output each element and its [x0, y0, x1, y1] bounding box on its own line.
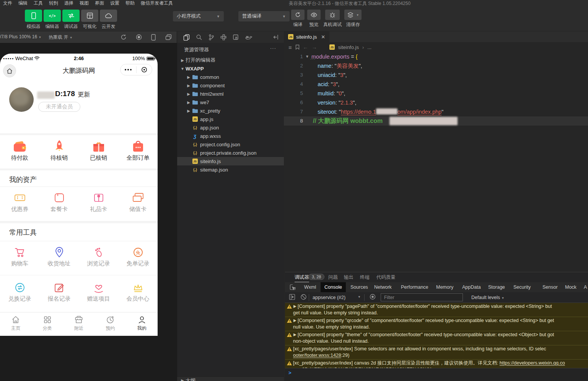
- tool-item-free-order[interactable]: 免 免单记录: [118, 245, 158, 267]
- eye-toggle-icon[interactable]: [369, 294, 376, 300]
- devtab-console[interactable]: Console: [321, 282, 346, 292]
- nav-forward-icon[interactable]: →: [312, 44, 317, 50]
- tree-file-project-private-config[interactable]: {..}project.private.config.json: [177, 149, 284, 157]
- tree-root-wxapp[interactable]: ▼WXAPP: [177, 64, 284, 73]
- menu-goto[interactable]: 转到: [46, 0, 61, 6]
- tab-category[interactable]: 分类: [31, 312, 63, 336]
- chevron-down-icon[interactable]: ▼: [358, 295, 361, 299]
- multi-window-icon[interactable]: [165, 34, 172, 40]
- menu-help[interactable]: 帮助: [122, 0, 138, 6]
- log-levels-dropdown[interactable]: Default levels ▼: [471, 294, 504, 302]
- device-selector[interactable]: 6/7/8 Plus 100% 16 ▼: [0, 34, 41, 39]
- tool-item-signup[interactable]: 报名记录: [39, 280, 79, 303]
- hot-reload-toggle[interactable]: 热重载 开 ▼: [49, 34, 73, 41]
- panel-tab-terminal[interactable]: 终端: [360, 274, 370, 281]
- search-icon[interactable]: [196, 34, 202, 40]
- devtab-memory[interactable]: Memory: [436, 282, 453, 292]
- breadcrumb[interactable]: siteinfo.js: [338, 44, 359, 50]
- tab-nearby[interactable]: 附近: [63, 312, 94, 336]
- tree-folder-common[interactable]: ▶common: [177, 73, 284, 81]
- tree-open-editors[interactable]: ▶打开的编辑器: [177, 56, 284, 64]
- panel-tab-debugger[interactable]: 调试器: [295, 274, 309, 282]
- devtab-mock[interactable]: Mock: [565, 282, 577, 292]
- asset-item-gift-card[interactable]: 礼品卡: [79, 191, 118, 213]
- outline-section[interactable]: ▶大纲: [177, 376, 284, 381]
- menu-settings[interactable]: 设置: [107, 0, 122, 6]
- devtab-clipped[interactable]: A: [584, 282, 587, 292]
- inspect-cursor-icon[interactable]: [290, 284, 296, 290]
- remote-debug-button[interactable]: 真机调试: [323, 10, 342, 28]
- tree-file-project-config[interactable]: {..}project.config.json: [177, 140, 284, 149]
- extensions-icon[interactable]: [220, 34, 226, 40]
- tree-file-app-js[interactable]: JSapp.js: [177, 115, 284, 123]
- debugger-toggle-button[interactable]: 调试器: [62, 10, 80, 30]
- editor-tab-siteinfo[interactable]: JS siteinfo.js ✕: [284, 31, 329, 42]
- tool-item-gifted[interactable]: 赠送项目: [79, 280, 118, 303]
- update-link[interactable]: 更新: [78, 91, 90, 99]
- record-icon[interactable]: [136, 34, 142, 40]
- console-warning[interactable]: ▶ [Component] property "pagePath" of "co…: [285, 303, 588, 317]
- devtab-appdata[interactable]: AppData: [462, 282, 481, 292]
- asset-item-stored-value-card[interactable]: 储值卡: [118, 191, 158, 213]
- cloud-dev-button[interactable]: 云开发: [99, 10, 117, 30]
- menu-view[interactable]: 视图: [77, 0, 92, 6]
- expand-arrow-icon[interactable]: ▶: [293, 303, 296, 309]
- panel-tab-problems[interactable]: 问题: [328, 274, 338, 281]
- preview-button[interactable]: 预览: [307, 10, 321, 28]
- tab-booking[interactable]: 预约: [94, 312, 126, 336]
- more-actions-icon[interactable]: ···: [270, 45, 276, 51]
- devtab-storage[interactable]: Storage: [488, 282, 505, 292]
- tree-folder-we7[interactable]: ▶we7: [177, 98, 284, 106]
- nav-back-icon[interactable]: ←: [303, 44, 308, 50]
- tool-item-member-center[interactable]: 会员中心: [118, 280, 158, 303]
- asset-item-package-card[interactable]: 套餐卡: [39, 191, 79, 213]
- filter-input[interactable]: [381, 293, 463, 301]
- context-selector[interactable]: appservice (#2): [313, 294, 345, 301]
- console-warning[interactable]: [xc_pretty/pages/user/index] Some select…: [285, 345, 588, 360]
- console-warning[interactable]: ▶ [Component] property "qrcode" of "comp…: [285, 317, 588, 331]
- tree-folder-html2wxml[interactable]: ▶html2wxml: [177, 90, 284, 98]
- expand-arrow-icon[interactable]: ▶: [293, 332, 296, 338]
- tool-item-exchange[interactable]: 兑换记录: [0, 280, 39, 303]
- clear-console-icon[interactable]: [300, 294, 307, 300]
- mode-dropdown[interactable]: 小程序模式 ▼: [173, 11, 224, 21]
- devtab-sensor[interactable]: Sensor: [542, 282, 558, 292]
- device-frame-icon[interactable]: [151, 34, 156, 41]
- close-icon[interactable]: ✕: [321, 34, 325, 40]
- menu-tools[interactable]: 工具: [31, 0, 46, 6]
- devtab-sources[interactable]: Sources: [350, 282, 368, 292]
- panel-tab-output[interactable]: 输出: [344, 274, 353, 281]
- code-area[interactable]: 1▼module.exports = { 2 name: "美容美发", 3 u…: [284, 52, 588, 126]
- order-item-pending-verify[interactable]: 待核销: [39, 138, 79, 162]
- clear-cache-button[interactable]: ▾ 清缓存: [344, 10, 362, 28]
- menu-select[interactable]: 选择: [61, 0, 77, 6]
- panel-tab-code-quality[interactable]: 代码质量: [376, 274, 396, 281]
- menu-edit[interactable]: 编辑: [15, 0, 31, 6]
- console-prompt[interactable]: >: [285, 368, 588, 381]
- devtab-wxml[interactable]: Wxml: [304, 282, 316, 292]
- tree-file-app-json[interactable]: {..}app.json: [177, 123, 284, 132]
- tree-file-sitemap-json[interactable]: {..}sitemap.json: [177, 165, 284, 174]
- devtab-network[interactable]: Network: [374, 282, 392, 292]
- outline-list-icon[interactable]: ≡: [288, 44, 292, 51]
- minimize-target-icon[interactable]: [137, 67, 152, 73]
- visualize-toggle-button[interactable]: 可视化: [81, 10, 99, 30]
- console-warning[interactable]: ▶ [Component] property "theme" of "compo…: [285, 331, 588, 345]
- bookmark-icon[interactable]: [295, 44, 300, 50]
- compile-mode-dropdown[interactable]: 普通编译 ▼: [238, 11, 290, 21]
- menu-file[interactable]: 文件: [0, 0, 15, 6]
- order-item-verified[interactable]: 已核销: [79, 138, 118, 162]
- more-dots-icon[interactable]: [121, 69, 136, 70]
- devtab-security[interactable]: Security: [513, 282, 531, 292]
- menu-devtools[interactable]: 微信开发者工具: [138, 0, 176, 6]
- expand-arrow-icon[interactable]: ▶: [293, 317, 296, 324]
- npm-file-icon[interactable]: [233, 34, 239, 40]
- rotate-icon[interactable]: [121, 34, 127, 40]
- tool-item-address[interactable]: 收货地址: [39, 245, 79, 267]
- tab-home[interactable]: 主页: [0, 312, 31, 336]
- tool-item-cart[interactable]: 购物车: [0, 245, 39, 267]
- simulator-toggle-button[interactable]: 模拟器: [24, 10, 42, 30]
- avatar[interactable]: [9, 87, 34, 112]
- editor-toggle-button[interactable]: </> 编辑器: [43, 10, 61, 30]
- collapse-sidebar-icon[interactable]: [273, 34, 279, 40]
